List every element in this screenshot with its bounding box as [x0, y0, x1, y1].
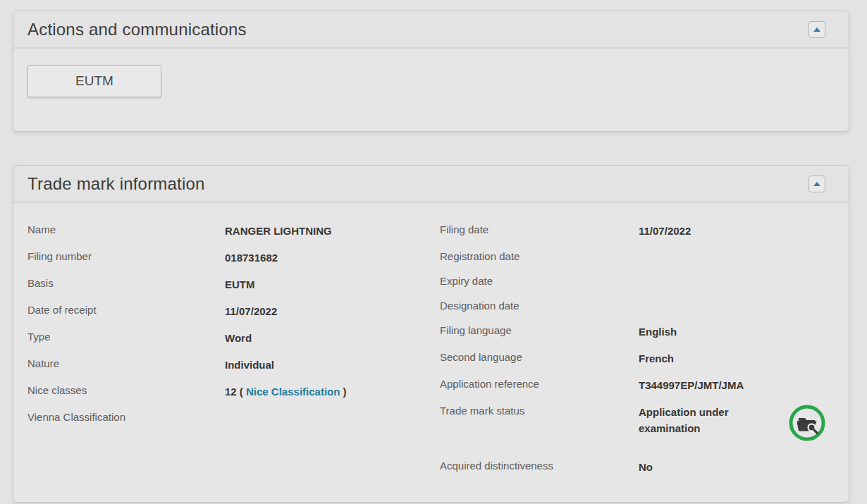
field-row-application-reference: Application referenceT344997EP/JMT/JMA: [440, 372, 835, 399]
actions-collapse-button[interactable]: [808, 21, 825, 38]
field-row-expiry-date: Expiry date: [440, 269, 835, 294]
trademark-panel-title: Trade mark information: [27, 174, 205, 194]
actions-panel-title: Actions and communications: [27, 20, 247, 39]
field-label: Vienna Classification: [27, 410, 225, 424]
field-value: Application under examination: [639, 404, 764, 436]
field-value: RANGER LIGHTNING: [225, 223, 332, 239]
field-row-date-of-receipt: Date of receipt11/07/2022: [27, 298, 440, 325]
field-label: Designation date: [440, 299, 639, 313]
field-row-type: TypeWord: [27, 325, 440, 352]
eutm-button[interactable]: EUTM: [27, 65, 161, 97]
actions-and-communications-panel: Actions and communications EUTM: [13, 11, 849, 132]
field-value: English: [639, 324, 677, 340]
field-value: No: [639, 459, 653, 475]
field-row-acquired-distinctiveness: Acquired distinctivenessNo: [440, 454, 835, 481]
field-row-designation-date: Designation date: [440, 294, 835, 319]
actions-panel-body: EUTM: [13, 49, 849, 131]
field-label: Registration date: [440, 250, 639, 264]
field-value-suffix: ): [340, 386, 346, 398]
field-value: T344997EP/JMT/JMA: [639, 377, 744, 393]
field-row-filing-language: Filing languageEnglish: [440, 319, 835, 345]
field-value: French: [639, 350, 674, 367]
field-row-trade-mark-status: Trade mark statusApplication under exami…: [440, 399, 835, 448]
field-label: Filing number: [27, 250, 225, 264]
field-row-basis: BasisEUTM: [27, 271, 440, 298]
field-value: 018731682: [225, 250, 278, 266]
trademark-panel-body: NameRANGER LIGHTNINGFiling number0187316…: [13, 203, 849, 502]
field-label: Second language: [440, 350, 639, 364]
page: Actions and communications EUTM Trade ma…: [0, 0, 867, 503]
field-row-second-language: Second languageFrench: [440, 345, 835, 372]
field-label: Basis: [27, 276, 225, 290]
field-label: Nature: [27, 357, 225, 371]
field-label: Nice classes: [27, 383, 225, 398]
field-label: Trade mark status: [440, 404, 639, 418]
field-value: 11/07/2022: [639, 223, 691, 239]
field-label: Expiry date: [440, 274, 639, 288]
field-label: Filing date: [440, 223, 639, 237]
folder-search-icon[interactable]: [788, 404, 826, 442]
field-label: Type: [27, 330, 225, 344]
trademark-right-column: Filing date11/07/2022Registration dateEx…: [440, 218, 835, 481]
trademark-left-column: NameRANGER LIGHTNINGFiling number0187316…: [27, 218, 440, 430]
trademark-collapse-button[interactable]: [808, 176, 825, 192]
field-value: Word: [225, 330, 252, 346]
field-row-filing-date: Filing date11/07/2022: [440, 218, 835, 245]
field-value: EUTM: [225, 276, 255, 293]
trade-mark-information-panel: Trade mark information NameRANGER LIGHTN…: [13, 165, 849, 503]
triangle-up-icon: [813, 182, 820, 186]
field-row-nice-classes: Nice classes12 ( Nice Classification ): [27, 379, 440, 405]
field-value: Individual: [225, 357, 274, 373]
field-value-prefix: 12 (: [225, 386, 246, 398]
field-row-nature: NatureIndividual: [27, 352, 440, 379]
trademark-panel-header: Trade mark information: [13, 166, 849, 203]
field-value: 11/07/2022: [225, 303, 277, 319]
field-label: Name: [27, 223, 225, 237]
field-label: Application reference: [440, 377, 639, 391]
field-label: Filing language: [440, 324, 639, 338]
field-label: Acquired distinctiveness: [440, 459, 639, 473]
field-label: Date of receipt: [27, 303, 225, 317]
field-row-registration-date: Registration date: [440, 245, 835, 269]
nice-classification-link[interactable]: Nice Classification: [246, 386, 340, 398]
field-row-filing-number: Filing number018731682: [27, 245, 440, 271]
actions-panel-header: Actions and communications: [13, 11, 849, 49]
field-row-vienna-classification: Vienna Classification: [27, 405, 440, 430]
field-value: 12 ( Nice Classification ): [225, 383, 347, 400]
field-row-name: NameRANGER LIGHTNING: [27, 218, 440, 245]
triangle-up-icon: [813, 27, 820, 32]
